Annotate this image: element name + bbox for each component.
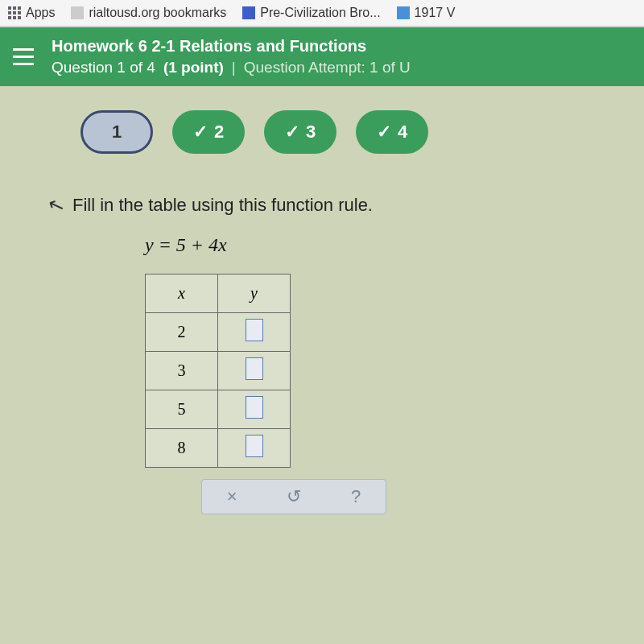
attempt-label: Question Attempt: 1 of U — [244, 59, 411, 76]
help-button[interactable]: ? — [351, 486, 361, 507]
table-row: 5 — [146, 390, 291, 429]
apps-button[interactable]: Apps — [8, 6, 55, 20]
bookmark-favicon-icon — [242, 6, 255, 19]
check-icon: ✓ — [285, 122, 299, 142]
bookmark-item-rialtousd[interactable]: rialtousd.org bookmarks — [71, 6, 226, 20]
assignment-header: Homework 6 2-1 Relations and Functions Q… — [0, 27, 644, 86]
question-pill-1[interactable]: 1 — [80, 110, 153, 154]
check-icon: ✓ — [193, 122, 208, 142]
cursor-icon: ↖ — [45, 192, 68, 218]
homework-title: Homework 6 2-1 Relations and Functions — [52, 37, 411, 56]
table-row: 3 — [146, 352, 291, 390]
x-value: 3 — [146, 352, 218, 390]
pill-label: 1 — [112, 122, 122, 142]
bookmarks-bar: Apps rialtousd.org bookmarks Pre-Civiliz… — [0, 0, 644, 26]
hamburger-icon — [13, 48, 34, 51]
check-icon: ✓ — [377, 122, 391, 142]
table-row: 8 — [146, 429, 291, 468]
prompt-row: ↖ Fill in the table using this function … — [48, 194, 596, 217]
y-cell — [218, 352, 291, 390]
y-cell — [218, 313, 291, 352]
answer-toolbar: × ↺ ? — [201, 479, 386, 514]
question-prompt: Fill in the table using this function ru… — [72, 195, 373, 216]
question-pill-2[interactable]: ✓ 2 — [172, 110, 245, 154]
x-value: 8 — [146, 429, 218, 468]
menu-button[interactable] — [13, 48, 34, 65]
x-value: 5 — [146, 390, 218, 429]
pill-label: 2 — [214, 122, 224, 142]
bookmark-label: rialtousd.org bookmarks — [89, 6, 226, 20]
y-cell — [218, 429, 291, 468]
apps-grid-icon — [8, 6, 21, 19]
question-pill-4[interactable]: ✓ 4 — [356, 110, 428, 154]
bookmark-favicon-icon — [397, 6, 410, 19]
bookmark-favicon-icon — [71, 6, 84, 19]
y-cell — [218, 390, 291, 429]
bookmark-label: Pre-Civilization Bro... — [260, 6, 380, 20]
answer-input[interactable] — [246, 435, 263, 457]
undo-button[interactable]: ↺ — [287, 486, 301, 507]
bookmark-item-1917[interactable]: 1917 V — [397, 6, 456, 20]
pill-label: 3 — [306, 122, 316, 142]
x-header: x — [146, 275, 218, 313]
x-value: 2 — [146, 313, 218, 352]
pill-label: 4 — [398, 122, 407, 142]
bookmark-label: 1917 V — [415, 6, 456, 20]
table-row: 2 — [146, 313, 291, 352]
points-label: (1 point) — [163, 59, 224, 76]
divider: | — [232, 59, 236, 76]
question-pill-3[interactable]: ✓ 3 — [264, 110, 336, 154]
answer-input[interactable] — [246, 357, 263, 380]
question-nav: 1 ✓ 2 ✓ 3 ✓ 4 — [0, 86, 644, 178]
answer-input[interactable] — [246, 319, 263, 341]
question-line: Question 1 of 4 (1 point) | Question Att… — [52, 59, 411, 76]
header-titles: Homework 6 2-1 Relations and Functions Q… — [52, 37, 411, 76]
y-header: y — [218, 275, 291, 313]
bookmark-item-precivilization[interactable]: Pre-Civilization Bro... — [242, 6, 380, 20]
clear-button[interactable]: × — [227, 486, 237, 507]
answer-input[interactable] — [246, 396, 263, 419]
function-rule: y = 5 + 4x — [145, 234, 596, 256]
question-content: ↖ Fill in the table using this function … — [0, 178, 644, 530]
apps-label: Apps — [26, 6, 55, 20]
xy-table: x y 2 3 5 8 — [145, 274, 291, 468]
question-count-label: Question 1 of 4 — [52, 59, 155, 76]
